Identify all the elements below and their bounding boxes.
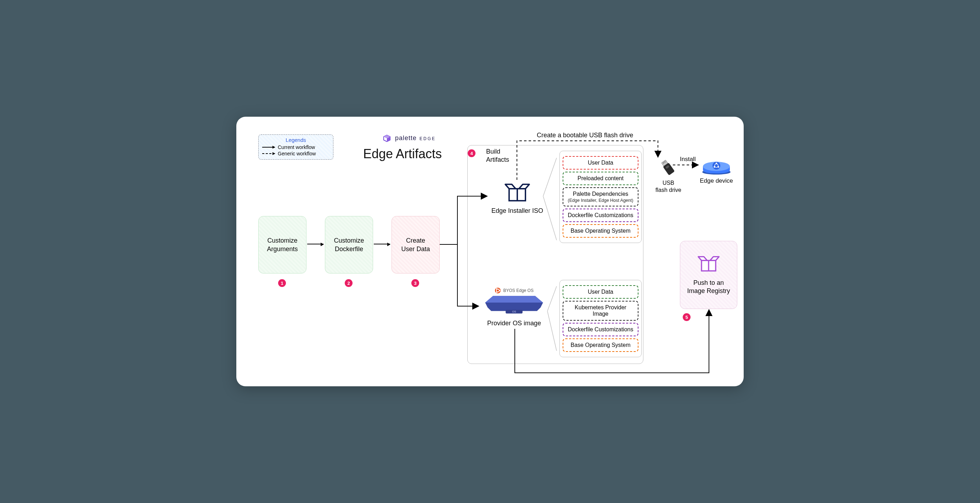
step-push-registry: Push to an Image Registry xyxy=(680,241,737,309)
usb-icon xyxy=(660,158,676,178)
step-customize-dockerfile: Customize Dockerfile xyxy=(325,216,373,273)
push-label: Push to an Image Registry xyxy=(680,279,737,295)
badge-1: 1 xyxy=(278,279,286,287)
svg-text:OS: OS xyxy=(512,310,516,313)
build-artifacts-label: Build Artifacts xyxy=(486,148,509,163)
device-label: Edge device xyxy=(699,177,733,184)
legend-generic-row: Generic workflow xyxy=(262,151,329,156)
install-label: Install xyxy=(680,156,695,163)
step3-label: Create User Data xyxy=(401,236,430,254)
legend-generic-label: Generic workflow xyxy=(278,151,316,156)
push-iconwrap: Push to an Image Registry xyxy=(680,254,737,295)
os-layer-user-data: User Data xyxy=(563,285,638,299)
brand-name: palette xyxy=(395,134,417,142)
legend-title: Legends xyxy=(262,137,329,143)
diagram-canvas: Legends Current workflow Generic workflo… xyxy=(236,117,744,386)
brand: palette EDGE xyxy=(383,134,436,142)
iso-label: Edge Installer ISO xyxy=(489,207,546,215)
iso-layer-palette-deps-sub: (Edge Installer, Edge Host Agent) xyxy=(566,198,635,203)
iso-layer-palette-deps: Palette Dependencies (Edge Installer, Ed… xyxy=(563,187,638,206)
edge-device: Edge device xyxy=(699,153,733,184)
svg-point-7 xyxy=(496,288,498,289)
diagram-title: Edge Artifacts xyxy=(363,147,442,161)
svg-point-23 xyxy=(716,163,717,164)
os-layer-base-os: Base Operating System xyxy=(563,339,638,352)
step-create-user-data: Create User Data xyxy=(391,216,440,273)
os-layer-stack: User Data Kubernetes Provider Image Dock… xyxy=(560,280,642,357)
open-box-purple-icon xyxy=(697,254,721,273)
open-box-icon xyxy=(503,182,531,203)
arrow-2-3 xyxy=(374,244,390,244)
ubuntu-icon xyxy=(495,287,501,294)
brand-edge: EDGE xyxy=(420,136,436,141)
edge-device-icon xyxy=(699,153,733,176)
usb-flash-drive: USB flash drive xyxy=(655,158,681,194)
iso-layer-dockerfile: Dockerfile Customizations xyxy=(563,209,638,222)
iso-layer-stack: User Data Preloaded content Palette Depe… xyxy=(560,151,642,243)
badge-5: 5 xyxy=(683,313,690,321)
badge-4: 4 xyxy=(468,149,476,157)
step1-label: Customize Arguments xyxy=(267,236,298,254)
arrow-1-2 xyxy=(307,244,323,244)
provider-os-image: BYOS Edge OS OS Provider OS image xyxy=(479,287,549,327)
usb-label: USB flash drive xyxy=(655,179,681,194)
iso-layer-user-data: User Data xyxy=(563,156,638,169)
step-customize-arguments: Customize Arguments xyxy=(258,216,307,273)
os-label: Provider OS image xyxy=(479,319,549,327)
os-layer-k8s: Kubernetes Provider Image xyxy=(563,301,638,321)
step2-label: Customize Dockerfile xyxy=(334,236,364,254)
legend-current-row: Current workflow xyxy=(262,144,329,150)
svg-point-8 xyxy=(496,291,498,293)
badge-2: 2 xyxy=(345,279,353,287)
iso-layer-base-os: Base Operating System xyxy=(563,224,638,238)
byos-row: BYOS Edge OS xyxy=(479,287,549,293)
iso-layer-palette-deps-title: Palette Dependencies xyxy=(573,191,628,197)
byos-label: BYOS Edge OS xyxy=(503,288,534,293)
svg-marker-10 xyxy=(485,296,543,303)
palette-logo-icon xyxy=(383,134,391,142)
svg-point-6 xyxy=(499,290,500,291)
iso-layer-preloaded: Preloaded content xyxy=(563,172,638,185)
badge-3: 3 xyxy=(411,279,419,287)
svg-point-24 xyxy=(714,166,715,168)
dashed-arrow-icon xyxy=(262,153,275,154)
os-slab-icon: OS xyxy=(484,293,544,316)
edge-installer-iso: Edge Installer ISO xyxy=(489,182,546,215)
os-layer-dockerfile: Dockerfile Customizations xyxy=(563,323,638,336)
svg-point-25 xyxy=(718,166,719,168)
solid-arrow-icon xyxy=(262,147,275,148)
legend-box: Legends Current workflow Generic workflo… xyxy=(258,134,333,160)
legend-current-label: Current workflow xyxy=(278,144,315,150)
top-caption: Create a bootable USB flash drive xyxy=(537,132,633,139)
